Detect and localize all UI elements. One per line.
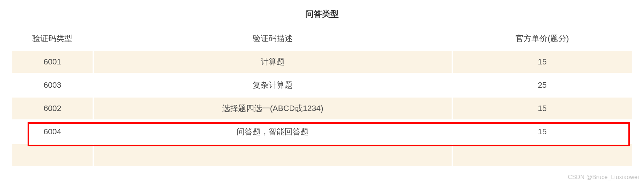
cell-code: 6002 [12, 98, 93, 119]
cell-desc: 计算题 [94, 51, 452, 73]
cell-code: 6004 [12, 121, 93, 143]
table-header-row: 验证码类型 验证码描述 官方单价(题分) [12, 28, 632, 50]
col-header-price: 官方单价(题分) [453, 28, 632, 50]
table-container: 问答类型 验证码类型 验证码描述 官方单价(题分) 6001 计算题 15 60… [0, 0, 644, 167]
table-row: 6002 选择题四选一(ABCD或1234) 15 [12, 98, 632, 119]
cell-price: 25 [453, 74, 632, 96]
cell-price: 15 [453, 121, 632, 143]
table-row: 6001 计算题 15 [12, 51, 632, 73]
table-title: 问答类型 [12, 1, 632, 26]
cell-code [12, 144, 93, 166]
cell-price: 15 [453, 98, 632, 119]
cell-code: 6001 [12, 51, 93, 73]
qa-type-table: 问答类型 验证码类型 验证码描述 官方单价(题分) 6001 计算题 15 60… [11, 0, 633, 167]
table-row [12, 144, 632, 166]
cell-desc [94, 144, 452, 166]
cell-price [453, 144, 632, 166]
cell-price: 15 [453, 51, 632, 73]
table-row: 6004 问答题，智能回答题 15 [12, 121, 632, 143]
watermark: CSDN @Bruce_Liuxiaowei [568, 174, 639, 181]
table-title-row: 问答类型 [12, 1, 632, 26]
cell-desc: 选择题四选一(ABCD或1234) [94, 98, 452, 119]
col-header-code: 验证码类型 [12, 28, 93, 50]
cell-desc: 复杂计算题 [94, 74, 452, 96]
cell-desc: 问答题，智能回答题 [94, 121, 452, 143]
col-header-desc: 验证码描述 [94, 28, 452, 50]
cell-code: 6003 [12, 74, 93, 96]
table-row: 6003 复杂计算题 25 [12, 74, 632, 96]
